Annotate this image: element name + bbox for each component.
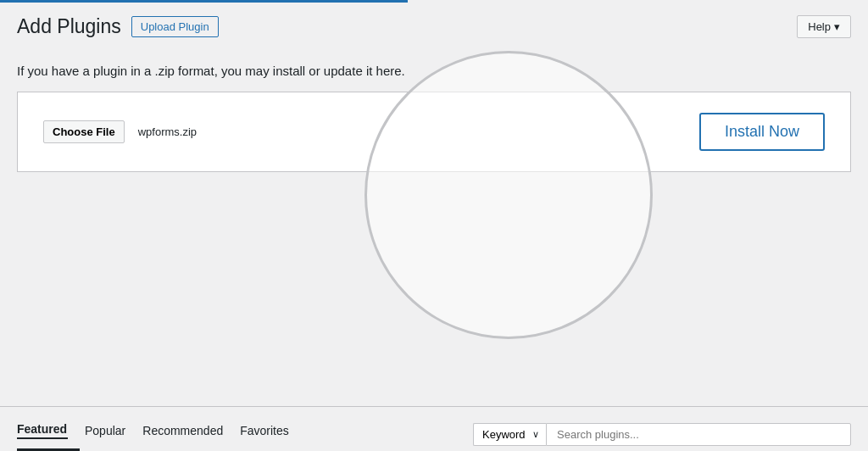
keyword-select[interactable]: Keyword Tag Author	[473, 423, 546, 446]
tab-recommended[interactable]: Recommended	[142, 419, 235, 449]
install-now-button[interactable]: Install Now	[699, 113, 825, 151]
keyword-wrapper: Keyword Tag Author	[473, 423, 546, 446]
page-title: Add Plugins	[17, 15, 121, 38]
tab-favorites[interactable]: Favorites	[240, 419, 301, 449]
chevron-down-icon: ▾	[834, 20, 840, 33]
tabs-section: Featured Popular Recommended Favorites K…	[0, 406, 868, 451]
upload-plugin-button[interactable]: Upload Plugin	[131, 16, 219, 37]
loading-bar	[0, 0, 408, 3]
help-button[interactable]: Help ▾	[797, 15, 851, 38]
info-text: If you have a plugin in a .zip format, y…	[17, 47, 851, 92]
header: Add Plugins Upload Plugin Help ▾	[0, 0, 868, 47]
help-label: Help	[808, 20, 831, 33]
file-name: wpforms.zip	[138, 125, 197, 138]
tab-featured[interactable]: Featured	[17, 417, 80, 451]
header-left: Add Plugins Upload Plugin	[17, 15, 219, 38]
search-section: Keyword Tag Author	[473, 423, 851, 446]
active-tab-indicator	[17, 437, 68, 439]
upload-row: Choose File wpforms.zip Install Now	[43, 113, 825, 151]
tabs-row: Featured Popular Recommended Favorites K…	[17, 407, 851, 451]
tab-popular[interactable]: Popular	[85, 419, 137, 449]
main-content: If you have a plugin in a .zip format, y…	[0, 47, 868, 172]
search-plugins-input[interactable]	[546, 423, 851, 446]
choose-file-button[interactable]: Choose File	[43, 120, 125, 143]
upload-box: Choose File wpforms.zip Install Now	[17, 92, 851, 172]
